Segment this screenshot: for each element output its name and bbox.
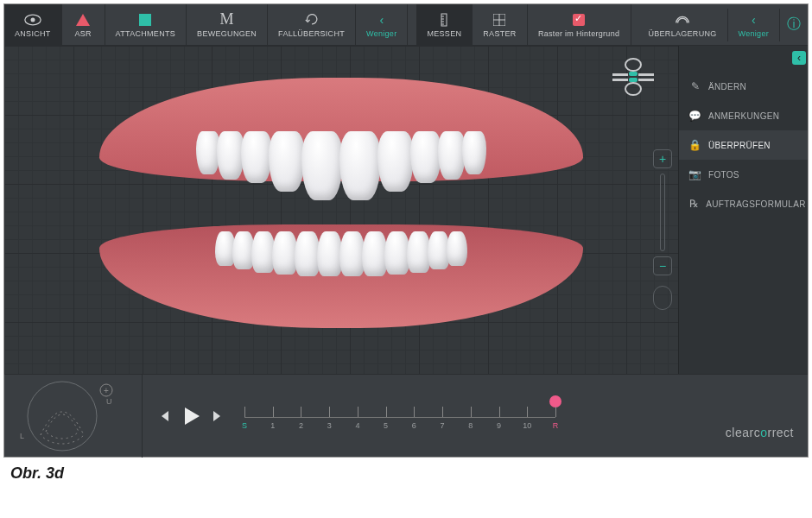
expand-right-button[interactable]: ‹ (792, 51, 806, 65)
svg-point-10 (625, 59, 641, 71)
view-label: ANSICHT (15, 29, 51, 38)
rx-icon: ℞ (689, 198, 699, 210)
zoom-controls: + − (652, 149, 673, 310)
sidebar-label: FOTOS (708, 170, 739, 180)
svg-point-18 (28, 382, 97, 451)
svg-rect-15 (638, 79, 654, 81)
camera-icon: 📷 (689, 168, 701, 180)
sidebar-label: ÄNDERN (708, 82, 746, 92)
undo-icon (305, 12, 319, 28)
svg-rect-14 (638, 73, 654, 76)
sidebar-item-review[interactable]: 🔒 ÜBERPRÜFEN (679, 130, 808, 160)
brand-logo: clearcorrect (726, 426, 794, 439)
top-toolbar: ANSICHT ASR ATTACHMENTS M BEWEGUNGEN FAL… (4, 4, 808, 46)
pencil-icon: ✎ (689, 80, 701, 92)
svg-rect-16 (629, 72, 638, 76)
zoom-in-button[interactable]: + (653, 149, 672, 168)
svg-point-1 (30, 17, 35, 22)
grid-icon (493, 12, 505, 28)
less-left-button[interactable]: ‹ Weniger (356, 4, 408, 45)
chevron-left-icon: ‹ (752, 12, 756, 28)
svg-point-11 (625, 83, 641, 95)
info-icon: ⓘ (787, 16, 801, 34)
measure-button[interactable]: MESSEN (416, 4, 473, 45)
sidebar-item-photos[interactable]: 📷 FOTOS (679, 160, 808, 189)
overlay-label: ÜBERLAGERUNG (648, 29, 716, 38)
svg-rect-17 (629, 78, 638, 82)
grid-background-toggle[interactable]: Raster im Hintergrund (528, 4, 631, 45)
movements-label: BEWEGUNGEN (197, 29, 257, 38)
upper-teeth (99, 131, 583, 200)
viewport-3d[interactable]: + − (4, 46, 678, 374)
arch-selector[interactable]: U L + (4, 375, 143, 458)
svg-rect-12 (612, 73, 628, 76)
step-forward-button[interactable] (208, 408, 224, 424)
lock-icon: 🔒 (689, 139, 701, 151)
chevron-left-icon: ‹ (379, 12, 384, 28)
sidebar-label: AUFTRAGSFORMULAR (706, 199, 805, 209)
grid-background-label: Raster im Hintergrund (538, 29, 619, 38)
figure-caption: Obr. 3d (10, 464, 812, 483)
arch-upper-label: U (106, 397, 112, 406)
lower-teeth (99, 231, 583, 276)
sidebar-label: ÜBERPRÜFEN (708, 141, 771, 150)
grid-label: RASTER (483, 29, 516, 38)
right-sidebar: ✎ ÄNDERN 💬 ANMERKUNGEN 🔒 ÜBERPRÜFEN 📷 FO… (678, 46, 808, 374)
overlay-icon (675, 12, 690, 28)
orientation-gizmo[interactable] (606, 56, 661, 98)
square-icon (139, 12, 151, 28)
chevron-left-icon: ‹ (797, 52, 801, 64)
sidebar-item-edit[interactable]: ✎ ÄNDERN (679, 72, 808, 101)
grid-button[interactable]: RASTER (473, 4, 527, 45)
sidebar-item-order-form[interactable]: ℞ AUFTRAGSFORMULAR (679, 189, 808, 218)
less-right-label: Weniger (739, 29, 769, 38)
less-left-label: Weniger (366, 29, 396, 38)
plus-icon: + (659, 152, 666, 166)
sidebar-item-notes[interactable]: 💬 ANMERKUNGEN (679, 101, 808, 130)
arch-lower-label: L (20, 432, 24, 440)
main-area: › (4, 46, 808, 374)
bottom-bar: U L + S12345678910R clearcorrec (4, 374, 808, 457)
sidebar-label: ANMERKUNGEN (708, 111, 779, 121)
case-overview-button[interactable]: FALLÜBERSICHT (268, 4, 356, 45)
attachments-button[interactable]: ATTACHMENTS (105, 4, 187, 45)
play-button[interactable] (179, 404, 203, 428)
step-back-button[interactable] (158, 408, 174, 424)
comment-icon: 💬 (689, 110, 701, 122)
triangle-icon (76, 12, 90, 28)
measure-label: MESSEN (427, 29, 461, 38)
dental-model (99, 78, 583, 328)
timeline-track[interactable] (244, 401, 555, 418)
info-button[interactable]: ⓘ (780, 16, 808, 34)
asr-button[interactable]: ASR (62, 4, 105, 45)
minus-icon: − (659, 259, 666, 273)
zoom-reset-button[interactable] (653, 286, 672, 310)
attachments-label: ATTACHMENTS (116, 29, 175, 38)
overlay-button[interactable]: ÜBERLAGERUNG (638, 9, 727, 41)
m-icon: M (220, 12, 234, 28)
view-button[interactable]: ANSICHT (4, 4, 62, 45)
app-frame: ANSICHT ASR ATTACHMENTS M BEWEGUNGEN FAL… (3, 3, 809, 458)
checkbox-checked-icon (573, 12, 585, 28)
playback-controls (158, 404, 224, 428)
arch-add-icon: + (104, 386, 109, 395)
timeline-labels: S12345678910R (244, 421, 555, 432)
case-overview-label: FALLÜBERSICHT (278, 29, 345, 38)
eye-icon (24, 12, 41, 28)
ruler-icon (437, 12, 451, 28)
stage-timeline[interactable]: S12345678910R (244, 401, 555, 432)
asr-label: ASR (74, 29, 91, 38)
svg-rect-13 (612, 79, 628, 81)
zoom-out-button[interactable]: − (653, 256, 672, 275)
movements-button[interactable]: M BEWEGUNGEN (187, 4, 268, 45)
timeline-marker[interactable] (549, 395, 561, 407)
less-right-button[interactable]: ‹ Weniger (728, 9, 780, 41)
zoom-slider[interactable] (660, 174, 665, 251)
